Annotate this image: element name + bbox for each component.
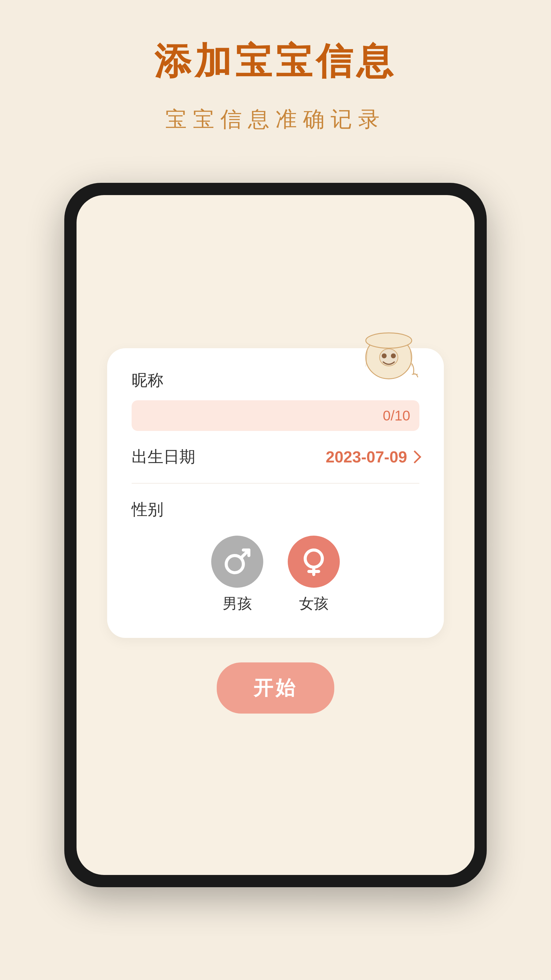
birthdate-value: 2023-07-09: [326, 448, 419, 466]
birthdate-label: 出生日期: [132, 446, 195, 468]
male-label: 男孩: [222, 594, 252, 613]
gender-options: 男孩 女孩: [132, 536, 419, 613]
toilet-paper-decoration: [358, 324, 419, 385]
svg-point-12: [305, 550, 322, 567]
page-title: 添加宝宝信息: [154, 37, 397, 87]
svg-point-2: [366, 333, 412, 348]
phone-screen: 昵称 0/10 出生日期 2023-07-09 性别: [76, 195, 475, 875]
svg-point-5: [382, 353, 387, 358]
page-subtitle: 宝宝信息准确记录: [165, 105, 386, 134]
divider-2: [132, 483, 419, 484]
male-icon-circle: [211, 536, 263, 588]
phone-frame: 昵称 0/10 出生日期 2023-07-09 性别: [64, 183, 487, 887]
form-card: 昵称 0/10 出生日期 2023-07-09 性别: [107, 348, 444, 638]
char-count: 0/10: [383, 407, 410, 424]
female-label: 女孩: [299, 594, 329, 613]
start-button[interactable]: 开始: [217, 662, 334, 714]
nickname-input[interactable]: 0/10: [132, 400, 419, 431]
chevron-right-icon: [408, 450, 421, 463]
gender-male-option[interactable]: 男孩: [211, 536, 263, 613]
birthdate-row[interactable]: 出生日期 2023-07-09: [132, 446, 419, 468]
gender-female-option[interactable]: 女孩: [288, 536, 340, 613]
female-icon-circle: [288, 536, 340, 588]
gender-label: 性别: [132, 499, 419, 520]
svg-point-6: [391, 353, 396, 358]
